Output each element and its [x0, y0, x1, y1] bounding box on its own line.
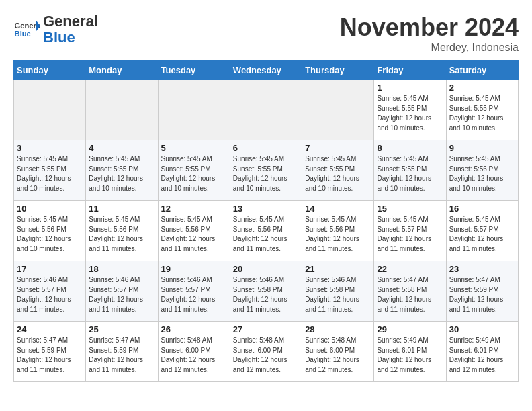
calendar-cell: 11Sunrise: 5:45 AM Sunset: 5:56 PM Dayli…	[86, 201, 158, 261]
page-header: General Blue General Blue November 2024 …	[13, 13, 519, 54]
day-number: 1	[377, 83, 443, 93]
weekday-header-wednesday: Wednesday	[230, 61, 302, 80]
day-number: 6	[233, 143, 299, 153]
day-info: Sunrise: 5:46 AM Sunset: 5:57 PM Dayligh…	[17, 275, 83, 314]
day-number: 2	[449, 83, 515, 93]
day-info: Sunrise: 5:45 AM Sunset: 5:56 PM Dayligh…	[161, 215, 227, 254]
calendar-cell: 29Sunrise: 5:49 AM Sunset: 6:01 PM Dayli…	[374, 322, 446, 382]
calendar-cell: 14Sunrise: 5:45 AM Sunset: 5:56 PM Dayli…	[302, 201, 374, 261]
day-number: 20	[233, 264, 299, 274]
calendar-cell: 7Sunrise: 5:45 AM Sunset: 5:55 PM Daylig…	[302, 140, 374, 201]
month-title: November 2024	[340, 13, 519, 42]
day-info: Sunrise: 5:45 AM Sunset: 5:56 PM Dayligh…	[17, 215, 83, 254]
day-info: Sunrise: 5:47 AM Sunset: 5:59 PM Dayligh…	[449, 275, 515, 314]
day-number: 24	[17, 324, 83, 334]
day-info: Sunrise: 5:45 AM Sunset: 5:55 PM Dayligh…	[377, 154, 443, 193]
day-info: Sunrise: 5:47 AM Sunset: 5:58 PM Dayligh…	[377, 275, 443, 314]
day-number: 14	[305, 203, 371, 214]
calendar-week-5: 24Sunrise: 5:47 AM Sunset: 5:59 PM Dayli…	[14, 322, 519, 382]
calendar-cell: 9Sunrise: 5:45 AM Sunset: 5:56 PM Daylig…	[446, 140, 518, 201]
svg-text:Blue: Blue	[15, 30, 31, 38]
calendar-cell: 19Sunrise: 5:46 AM Sunset: 5:57 PM Dayli…	[158, 261, 230, 322]
calendar-week-3: 10Sunrise: 5:45 AM Sunset: 5:56 PM Dayli…	[14, 201, 519, 261]
day-info: Sunrise: 5:47 AM Sunset: 5:59 PM Dayligh…	[17, 336, 83, 375]
calendar-table: SundayMondayTuesdayWednesdayThursdayFrid…	[13, 60, 519, 382]
day-number: 25	[89, 324, 154, 334]
day-number: 5	[161, 143, 227, 153]
day-number: 7	[305, 143, 371, 153]
calendar-cell: 30Sunrise: 5:49 AM Sunset: 6:01 PM Dayli…	[446, 322, 518, 382]
day-number: 13	[233, 203, 299, 214]
calendar-cell: 3Sunrise: 5:45 AM Sunset: 5:55 PM Daylig…	[14, 140, 86, 201]
calendar-cell: 17Sunrise: 5:46 AM Sunset: 5:57 PM Dayli…	[14, 261, 86, 322]
logo: General Blue General Blue	[13, 13, 98, 46]
day-info: Sunrise: 5:46 AM Sunset: 5:58 PM Dayligh…	[305, 275, 371, 314]
day-info: Sunrise: 5:45 AM Sunset: 5:55 PM Dayligh…	[233, 154, 299, 193]
calendar-cell	[158, 80, 230, 140]
calendar-cell: 22Sunrise: 5:47 AM Sunset: 5:58 PM Dayli…	[374, 261, 446, 322]
calendar-cell: 26Sunrise: 5:48 AM Sunset: 6:00 PM Dayli…	[158, 322, 230, 382]
calendar-week-2: 3Sunrise: 5:45 AM Sunset: 5:55 PM Daylig…	[14, 140, 519, 201]
calendar-cell: 16Sunrise: 5:45 AM Sunset: 5:57 PM Dayli…	[446, 201, 518, 261]
calendar-cell	[86, 80, 158, 140]
day-number: 8	[377, 143, 443, 153]
day-number: 19	[161, 264, 227, 274]
logo-text: General Blue	[43, 13, 98, 46]
calendar-cell: 23Sunrise: 5:47 AM Sunset: 5:59 PM Dayli…	[446, 261, 518, 322]
day-number: 30	[449, 324, 515, 334]
calendar-week-4: 17Sunrise: 5:46 AM Sunset: 5:57 PM Dayli…	[14, 261, 519, 322]
calendar-cell: 12Sunrise: 5:45 AM Sunset: 5:56 PM Dayli…	[158, 201, 230, 261]
calendar-cell: 21Sunrise: 5:46 AM Sunset: 5:58 PM Dayli…	[302, 261, 374, 322]
day-info: Sunrise: 5:45 AM Sunset: 5:56 PM Dayligh…	[449, 154, 515, 193]
day-number: 27	[233, 324, 299, 334]
day-number: 12	[161, 203, 227, 214]
day-number: 26	[161, 324, 227, 334]
calendar-cell: 10Sunrise: 5:45 AM Sunset: 5:56 PM Dayli…	[14, 201, 86, 261]
day-info: Sunrise: 5:48 AM Sunset: 6:00 PM Dayligh…	[305, 336, 371, 375]
calendar-cell: 20Sunrise: 5:46 AM Sunset: 5:58 PM Dayli…	[230, 261, 302, 322]
day-number: 23	[449, 264, 515, 274]
calendar-header-row: SundayMondayTuesdayWednesdayThursdayFrid…	[14, 61, 519, 80]
calendar-cell: 24Sunrise: 5:47 AM Sunset: 5:59 PM Dayli…	[14, 322, 86, 382]
day-number: 17	[17, 264, 83, 274]
calendar-cell: 8Sunrise: 5:45 AM Sunset: 5:55 PM Daylig…	[374, 140, 446, 201]
calendar-cell: 2Sunrise: 5:45 AM Sunset: 5:55 PM Daylig…	[446, 80, 518, 140]
calendar-cell	[14, 80, 86, 140]
calendar-cell: 27Sunrise: 5:48 AM Sunset: 6:00 PM Dayli…	[230, 322, 302, 382]
day-info: Sunrise: 5:45 AM Sunset: 5:57 PM Dayligh…	[449, 215, 515, 254]
day-info: Sunrise: 5:49 AM Sunset: 6:01 PM Dayligh…	[377, 336, 443, 375]
weekday-header-sunday: Sunday	[14, 61, 86, 80]
day-number: 9	[449, 143, 515, 153]
location-label: Merdey, Indonesia	[340, 42, 519, 54]
day-number: 10	[17, 203, 83, 214]
calendar-cell: 18Sunrise: 5:46 AM Sunset: 5:57 PM Dayli…	[86, 261, 158, 322]
day-info: Sunrise: 5:45 AM Sunset: 5:56 PM Dayligh…	[89, 215, 154, 254]
day-number: 21	[305, 264, 371, 274]
weekday-header-friday: Friday	[374, 61, 446, 80]
day-number: 11	[89, 203, 154, 214]
calendar-cell: 4Sunrise: 5:45 AM Sunset: 5:55 PM Daylig…	[86, 140, 158, 201]
weekday-header-thursday: Thursday	[302, 61, 374, 80]
calendar-cell: 25Sunrise: 5:47 AM Sunset: 5:59 PM Dayli…	[86, 322, 158, 382]
calendar-body: 1Sunrise: 5:45 AM Sunset: 5:55 PM Daylig…	[14, 80, 519, 382]
logo-icon: General Blue	[13, 16, 40, 43]
weekday-header-tuesday: Tuesday	[158, 61, 230, 80]
day-info: Sunrise: 5:45 AM Sunset: 5:55 PM Dayligh…	[161, 154, 227, 193]
day-info: Sunrise: 5:45 AM Sunset: 5:56 PM Dayligh…	[305, 215, 371, 254]
day-info: Sunrise: 5:45 AM Sunset: 5:55 PM Dayligh…	[305, 154, 371, 193]
calendar-cell: 1Sunrise: 5:45 AM Sunset: 5:55 PM Daylig…	[374, 80, 446, 140]
day-number: 15	[377, 203, 443, 214]
day-number: 3	[17, 143, 83, 153]
calendar-cell: 5Sunrise: 5:45 AM Sunset: 5:55 PM Daylig…	[158, 140, 230, 201]
day-info: Sunrise: 5:45 AM Sunset: 5:55 PM Dayligh…	[449, 94, 515, 133]
day-number: 16	[449, 203, 515, 214]
day-number: 18	[89, 264, 154, 274]
day-info: Sunrise: 5:48 AM Sunset: 6:00 PM Dayligh…	[161, 336, 227, 375]
day-info: Sunrise: 5:47 AM Sunset: 5:59 PM Dayligh…	[89, 336, 154, 375]
day-info: Sunrise: 5:46 AM Sunset: 5:57 PM Dayligh…	[89, 275, 154, 314]
day-number: 28	[305, 324, 371, 334]
day-number: 4	[89, 143, 154, 153]
calendar-cell: 15Sunrise: 5:45 AM Sunset: 5:57 PM Dayli…	[374, 201, 446, 261]
weekday-header-monday: Monday	[86, 61, 158, 80]
calendar-cell: 13Sunrise: 5:45 AM Sunset: 5:56 PM Dayli…	[230, 201, 302, 261]
